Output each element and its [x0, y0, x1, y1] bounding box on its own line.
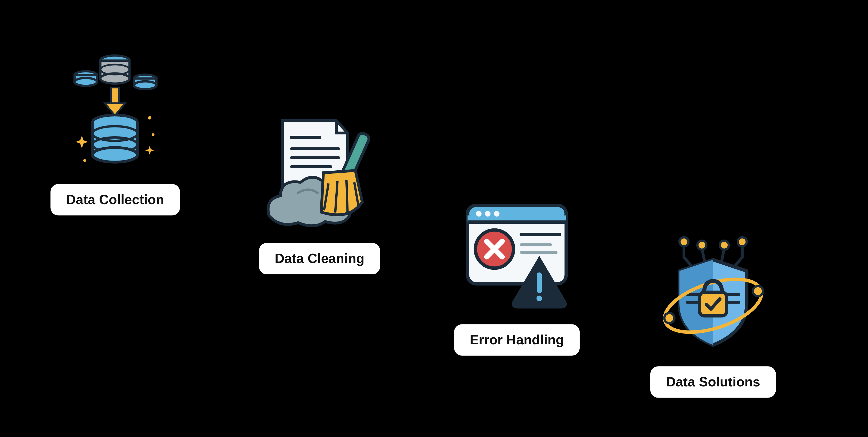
svg-point-16: [148, 116, 151, 119]
step-label: Data Solutions: [650, 366, 776, 398]
step-data-collection: Data Collection: [51, 51, 180, 215]
svg-point-53: [753, 286, 763, 296]
step-data-cleaning: Data Cleaning: [258, 110, 381, 274]
svg-point-15: [93, 148, 137, 163]
svg-point-43: [679, 237, 688, 246]
svg-point-34: [494, 211, 500, 216]
data-cleaning-icon: [258, 110, 381, 233]
step-label: Data Collection: [51, 184, 180, 215]
svg-point-46: [738, 237, 747, 246]
svg-point-45: [720, 240, 729, 250]
svg-point-44: [698, 240, 707, 250]
svg-point-33: [485, 211, 491, 216]
svg-rect-10: [111, 88, 119, 103]
svg-point-42: [536, 296, 542, 301]
data-solutions-icon: [651, 233, 775, 356]
diagram-stage: Data Collection: [0, 0, 868, 437]
svg-point-6: [75, 78, 97, 86]
svg-point-17: [152, 133, 155, 136]
svg-point-18: [83, 159, 86, 162]
step-label: Error Handling: [454, 324, 580, 356]
error-handling-icon: [455, 191, 579, 314]
step-data-solutions: Data Solutions: [650, 233, 776, 398]
step-error-handling: Error Handling: [454, 191, 580, 356]
svg-line-26: [346, 180, 347, 213]
step-label: Data Cleaning: [259, 243, 380, 274]
data-collection-icon: [53, 51, 177, 174]
svg-point-32: [476, 211, 482, 216]
svg-point-52: [664, 313, 674, 323]
svg-point-9: [134, 81, 157, 89]
